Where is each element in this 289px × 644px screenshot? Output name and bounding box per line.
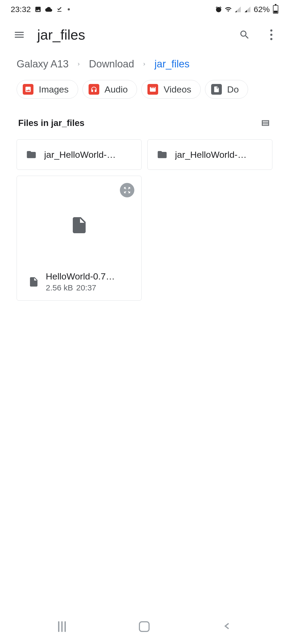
nav-recent-button[interactable] xyxy=(58,621,66,632)
alarm-icon xyxy=(215,6,222,13)
battery-icon xyxy=(273,5,278,14)
video-icon xyxy=(147,84,158,95)
expand-icon[interactable] xyxy=(120,183,134,197)
file-icon xyxy=(70,213,89,237)
chip-label: Images xyxy=(39,84,69,95)
more-options-button[interactable] xyxy=(265,29,276,40)
file-name: HelloWorld-0.7… xyxy=(46,271,115,282)
content-grid: jar_HelloWorld-… jar_HelloWorld-… HelloW… xyxy=(0,133,289,306)
breadcrumb-download[interactable]: Download xyxy=(89,58,134,70)
chevron-right-icon xyxy=(142,62,147,67)
chip-videos[interactable]: Videos xyxy=(141,80,200,99)
status-bar: 23:32 62% xyxy=(0,0,289,19)
signal2-icon xyxy=(244,6,251,13)
chevron-right-icon xyxy=(76,62,81,67)
battery-text: 62% xyxy=(254,5,270,14)
file-icon xyxy=(28,275,39,289)
breadcrumb-root[interactable]: Galaxy A13 xyxy=(17,58,69,70)
folder-item[interactable]: jar_HelloWorld-… xyxy=(17,139,142,170)
list-view-toggle[interactable] xyxy=(260,118,271,128)
nav-back-button[interactable] xyxy=(223,620,231,633)
section-header: Files in jar_files xyxy=(0,105,289,133)
cloud-icon xyxy=(45,6,52,13)
status-time: 23:32 xyxy=(11,5,31,14)
signal1-icon xyxy=(234,6,241,13)
status-dot-icon xyxy=(68,8,70,10)
breadcrumb-current[interactable]: jar_files xyxy=(154,58,189,70)
folder-icon xyxy=(25,149,38,160)
download-done-icon xyxy=(56,6,63,13)
image-icon xyxy=(23,84,33,95)
chip-documents[interactable]: Do xyxy=(205,80,248,99)
page-title: jar_files xyxy=(37,27,85,43)
hamburger-menu-icon[interactable] xyxy=(13,29,25,41)
nav-home-button[interactable] xyxy=(139,621,150,632)
section-title: Files in jar_files xyxy=(18,118,85,128)
chip-label: Audio xyxy=(105,84,128,95)
image-indicator-icon xyxy=(35,6,41,13)
chip-label: Do xyxy=(227,84,239,95)
file-preview xyxy=(23,182,135,268)
file-time: 20:37 xyxy=(76,283,96,292)
document-icon xyxy=(211,84,222,95)
chip-label: Videos xyxy=(163,84,191,95)
folder-item[interactable]: jar_HelloWorld-… xyxy=(147,139,272,170)
wifi-icon xyxy=(225,6,232,13)
breadcrumb: Galaxy A13 Download jar_files xyxy=(0,51,289,77)
chip-audio[interactable]: Audio xyxy=(82,80,137,99)
filter-chips: Images Audio Videos Do xyxy=(0,77,289,105)
file-item[interactable]: HelloWorld-0.7… 2.56 kB 20:37 xyxy=(17,176,142,301)
system-nav-bar xyxy=(0,609,289,644)
chip-images[interactable]: Images xyxy=(17,80,78,99)
folder-name: jar_HelloWorld-… xyxy=(175,150,247,160)
file-size: 2.56 kB xyxy=(46,283,73,292)
folder-name: jar_HelloWorld-… xyxy=(44,150,116,160)
folder-icon xyxy=(156,149,169,160)
headphones-icon xyxy=(89,84,99,95)
app-bar: jar_files xyxy=(0,19,289,51)
search-icon[interactable] xyxy=(239,29,250,40)
